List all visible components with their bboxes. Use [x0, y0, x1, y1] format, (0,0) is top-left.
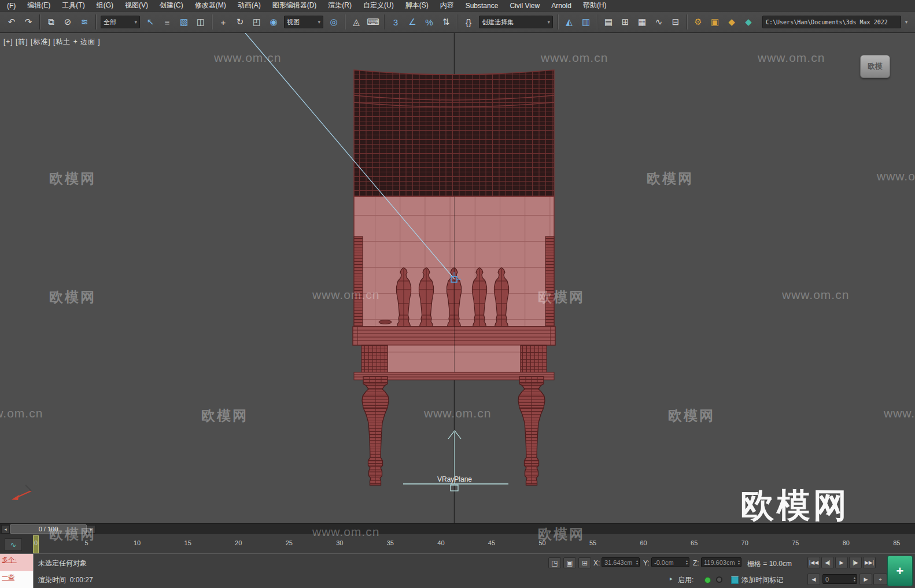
undo-icon[interactable]: ↶	[3, 14, 20, 30]
menu-item[interactable]: 脚本(S)	[400, 0, 434, 12]
time-slider-left-arrow[interactable]: ◄	[1, 525, 10, 534]
spinner-arrows-icon[interactable]: ▴ ▾	[738, 560, 740, 565]
edit-named-selection-sets-icon[interactable]: {}	[460, 14, 477, 30]
lock-selection-icon[interactable]: ▣	[563, 557, 576, 568]
select-and-link-icon[interactable]: ⧉	[43, 14, 59, 30]
x-coordinate-field[interactable]: 31.643cm ▴ ▾	[602, 557, 640, 567]
percent-snap-icon[interactable]: %	[421, 14, 437, 30]
go-to-start-button[interactable]: |◀◀	[807, 557, 820, 568]
y-coordinate-field[interactable]: -0.0cm ▴ ▾	[651, 557, 689, 567]
mirror-icon[interactable]: ◭	[561, 14, 577, 30]
chair-left-leg-block[interactable]	[361, 345, 388, 372]
select-and-place-icon[interactable]: ◉	[265, 14, 282, 30]
snap-toggle-3d-icon[interactable]: 3	[388, 14, 404, 30]
track-bar[interactable]: ∿ 0510152025303540455055606570758085	[0, 534, 915, 553]
rendered-frame-window-icon[interactable]: ▣	[707, 14, 723, 30]
scene-canvas[interactable]: VRayPlane	[0, 33, 915, 523]
menu-item[interactable]: 编辑(E)	[21, 0, 56, 12]
previous-key-button[interactable]: ◀	[807, 574, 820, 585]
chair-right-leg-block[interactable]	[521, 345, 547, 372]
ribbon-icon[interactable]: ▦	[634, 14, 650, 30]
keyboard-shortcut-override-icon[interactable]: ⌨	[365, 14, 381, 30]
bind-to-space-warp-icon[interactable]: ≋	[76, 14, 93, 30]
previous-frame-button[interactable]: ◀|	[821, 557, 834, 568]
select-and-rotate-icon[interactable]: ↻	[232, 14, 248, 30]
chevron-down-icon[interactable]: ▾	[318, 19, 320, 25]
selection-filter-dropdown[interactable]: 全部▾	[101, 16, 140, 28]
rectangular-selection-region-icon[interactable]: ▧	[176, 14, 192, 30]
menu-item[interactable]: 内容	[434, 0, 460, 12]
maxscript-mini-listener[interactable]: 多个· 一些	[0, 554, 34, 588]
menu-item[interactable]: 图形编辑器(D)	[267, 0, 323, 12]
menu-item[interactable]: 自定义(U)	[357, 0, 400, 12]
menu-item[interactable]: 工具(T)	[56, 0, 90, 12]
reference-coordinate-dropdown[interactable]: 视图▾	[284, 16, 323, 28]
menu-item[interactable]: 动画(A)	[232, 0, 267, 12]
select-object-icon[interactable]: ↖	[142, 14, 158, 30]
listener-line-2[interactable]: 一些	[0, 571, 33, 588]
chevron-down-icon[interactable]: ▾	[134, 19, 137, 25]
menu-item[interactable]: 帮助(H)	[577, 0, 613, 12]
redo-icon[interactable]: ↷	[20, 14, 36, 30]
play-button[interactable]: ▶	[835, 557, 848, 568]
menu-item[interactable]: 视图(V)	[119, 0, 154, 12]
window-crossing-icon[interactable]: ◫	[193, 14, 209, 30]
listener-line-1[interactable]: 多个·	[0, 554, 33, 571]
curve-editor-icon[interactable]: ∿	[651, 14, 667, 30]
menu-item[interactable]: 创建(C)	[154, 0, 189, 12]
use-pivot-center-icon[interactable]: ◎	[326, 14, 342, 30]
key-mode-toggle-button[interactable]: ⌖	[873, 574, 887, 585]
project-path-field[interactable]: C:\Users\Han\Documents\3ds Max 2022	[762, 16, 901, 28]
z-coordinate-field[interactable]: 119.603cm ▴ ▾	[701, 557, 741, 567]
unlink-selection-icon[interactable]: ⊘	[60, 14, 76, 30]
render-production-icon[interactable]: ◆	[724, 14, 740, 30]
viewport-label[interactable]: [+] [前] [标准] [粘土 + 边面 ]	[3, 37, 101, 47]
add-time-tag-label[interactable]: 添加时间标记	[741, 575, 783, 585]
align-icon[interactable]: ▥	[578, 14, 594, 30]
menu-item[interactable]: Substance	[460, 1, 504, 11]
mini-curve-editor-button[interactable]: ∿	[5, 538, 22, 551]
maximize-viewport-button[interactable]: +	[887, 556, 913, 586]
chair-seat-disc[interactable]	[379, 320, 392, 324]
time-slider-handle[interactable]: 0 / 100	[10, 524, 87, 534]
current-frame-field[interactable]: 0 ▴ ▾	[822, 574, 857, 584]
schematic-view-icon[interactable]: ⊟	[667, 14, 684, 30]
menu-item[interactable]: Arnold	[545, 1, 577, 11]
chevron-down-icon[interactable]: ▾	[547, 19, 550, 25]
menu-item[interactable]: 修改器(M)	[189, 0, 232, 12]
absolute-mode-icon[interactable]: ⊞	[578, 557, 591, 568]
named-selection-set-dropdown[interactable]: 创建选择集▾	[479, 16, 553, 28]
enable-on-indicator[interactable]	[704, 577, 711, 583]
render-flyout-icon[interactable]: ◆	[740, 14, 757, 30]
next-key-button[interactable]: ▶	[859, 574, 872, 585]
time-slider[interactable]: ◄ 0 / 100 ►	[0, 523, 915, 534]
menu-item[interactable]: (F)	[1, 1, 21, 11]
vrayplane-object[interactable]: VRayPlane	[403, 431, 508, 491]
spinner-arrows-icon[interactable]: ▴ ▾	[854, 576, 855, 582]
spinner-snap-icon[interactable]: ⇅	[438, 14, 454, 30]
menu-item[interactable]: Civil View	[504, 1, 545, 11]
chair-back-mesh[interactable]	[354, 70, 554, 197]
select-and-scale-icon[interactable]: ◰	[249, 14, 265, 30]
isolate-selection-icon[interactable]: ◳	[548, 557, 561, 568]
timeline-expand-icon[interactable]: ▸	[670, 575, 673, 582]
next-frame-button[interactable]: |▶	[849, 557, 862, 568]
chair-left-leg[interactable]	[362, 376, 389, 485]
menu-item[interactable]: 渲染(R)	[322, 0, 357, 12]
viewport[interactable]: VRayPlane [+] [前] [标准] [粘土 + 边面 ] 欧模	[0, 33, 915, 523]
time-slider-right-arrow[interactable]: ►	[87, 525, 95, 534]
angle-snap-icon[interactable]: ∠	[404, 14, 420, 30]
select-and-move-icon[interactable]: +	[215, 14, 231, 30]
menu-item[interactable]: 组(G)	[91, 0, 119, 12]
render-setup-icon[interactable]: ⚙	[690, 14, 706, 30]
go-to-end-button[interactable]: ▶▶|	[863, 557, 876, 568]
select-and-manipulate-icon[interactable]: ◬	[348, 14, 364, 30]
chair-right-leg[interactable]	[518, 376, 545, 485]
toggle-scene-explorer-icon[interactable]: ▤	[600, 14, 617, 30]
layer-manager-icon[interactable]: ⊞	[617, 14, 633, 30]
spinner-arrows-icon[interactable]: ▴ ▾	[686, 560, 688, 565]
select-by-name-icon[interactable]: ≡	[159, 14, 175, 30]
spinner-arrows-icon[interactable]: ▴ ▾	[636, 560, 638, 565]
project-path-dropdown-arrow[interactable]: ▾	[901, 16, 912, 28]
enable-off-indicator[interactable]	[716, 576, 722, 583]
